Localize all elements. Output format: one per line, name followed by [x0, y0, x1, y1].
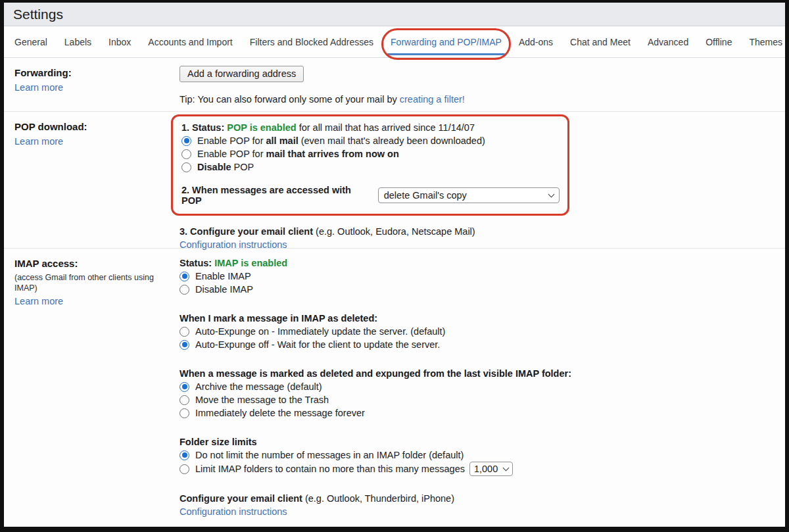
active-tab-underline: [387, 53, 505, 55]
pop-action-selected-value: delete Gmail's copy: [384, 190, 467, 201]
tab-label: Forwarding and POP/IMAP: [391, 37, 502, 47]
tab-labels[interactable]: Labels: [64, 26, 91, 57]
radio-option-auto-expunge-on[interactable]: Auto-Expunge on - Immediately update the…: [179, 325, 772, 338]
radio-label: Archive the message (default): [195, 380, 322, 393]
radio-label: Auto-Expunge off - Wait for the client t…: [195, 338, 440, 351]
radio-option-delete-forever[interactable]: Immediately delete the message forever: [179, 406, 772, 420]
radio-button[interactable]: [179, 272, 189, 281]
pop-configure-bold: 3. Configure your email client: [179, 226, 313, 237]
imap-configure-line: Configure your email client (e.g. Outloo…: [179, 492, 772, 505]
radio-label: Enable IMAP: [195, 270, 251, 283]
tab-forwarding-pop-imap[interactable]: Forwarding and POP/IMAP: [391, 26, 502, 57]
radio-option-disable-imap[interactable]: Disable IMAP: [179, 283, 772, 296]
imap-status-label: Status:: [179, 258, 212, 268]
imap-section-content: Status: IMAP is enabled Enable IMAP Disa…: [179, 249, 785, 527]
tab-themes[interactable]: Themes: [749, 26, 782, 57]
imap-status-value: IMAP is enabled: [214, 258, 287, 268]
imap-access-section: IMAP access: (access Gmail from other cl…: [4, 249, 785, 527]
forwarding-section-label-col: Forwarding: Learn more: [4, 58, 179, 111]
radio-button[interactable]: [179, 450, 189, 460]
imap-access-label: IMAP access:: [14, 257, 173, 270]
pop-status-suffix: for all mail that has arrived since 11/1…: [297, 122, 475, 133]
imap-configure-bold: Configure your email client: [179, 493, 302, 504]
radio-option-move-to-trash[interactable]: Move the message to the Trash: [179, 393, 772, 406]
radio-label: Enable POP for mail that arrives from no…: [197, 147, 399, 160]
radio-label: Move the message to the Trash: [195, 393, 329, 406]
radio-button[interactable]: [179, 340, 189, 350]
imap-learn-more-link[interactable]: Learn more: [14, 296, 63, 306]
imap-expunge-heading: When a message is marked as deleted and …: [179, 367, 772, 380]
pop-when-accessed-label: 2. When messages are accessed with POP: [181, 185, 373, 206]
radio-label: Auto-Expunge on - Immediately update the…: [195, 325, 445, 338]
imap-configuration-instructions-link[interactable]: Configuration instructions: [179, 506, 287, 517]
add-forwarding-address-button[interactable]: Add a forwarding address: [179, 66, 304, 82]
tab-bar: General Labels Inbox Accounts and Import…: [4, 26, 785, 58]
tab-general[interactable]: General: [14, 26, 47, 57]
pop-section-label-col: POP download: Learn more: [4, 112, 179, 248]
red-annotation-box: 1. Status: POP is enabled for all mail t…: [171, 114, 569, 216]
radio-option-pop-all-mail[interactable]: Enable POP for all mail (even mail that'…: [181, 134, 560, 147]
pop-when-accessed-row: 2. When messages are accessed with POP d…: [181, 185, 560, 206]
forwarding-label: Forwarding:: [14, 66, 173, 80]
page-title-bar: Settings: [4, 3, 785, 26]
forwarding-learn-more-link[interactable]: Learn more: [14, 82, 63, 93]
imap-access-sublabel: (access Gmail from other clients using I…: [14, 272, 173, 293]
pop-status-line: 1. Status: POP is enabled for all mail t…: [181, 121, 560, 134]
radio-button[interactable]: [181, 136, 191, 146]
radio-option-disable-pop[interactable]: Disable POP: [181, 160, 560, 174]
radio-button[interactable]: [179, 382, 189, 392]
forwarding-tip: Tip: You can also forward only some of y…: [179, 94, 772, 105]
radio-button[interactable]: [179, 285, 189, 295]
radio-label: Do not limit the number of messages in a…: [195, 448, 464, 462]
radio-option-pop-from-now-on[interactable]: Enable POP for mail that arrives from no…: [181, 147, 560, 160]
pop-status-label: 1. Status:: [181, 122, 224, 133]
pop-learn-more-link[interactable]: Learn more: [14, 136, 63, 147]
pop-section-content: 1. Status: POP is enabled for all mail t…: [179, 112, 785, 248]
radio-button[interactable]: [181, 149, 191, 159]
tab-accounts-and-import[interactable]: Accounts and Import: [148, 26, 232, 57]
radio-label: Limit IMAP folders to contain no more th…: [195, 462, 465, 475]
radio-label: Immediately delete the message forever: [195, 406, 365, 420]
forwarding-tip-text: Tip: You can also forward only some of y…: [179, 94, 400, 105]
imap-status-line: Status: IMAP is enabled: [179, 256, 772, 270]
radio-option-auto-expunge-off[interactable]: Auto-Expunge off - Wait for the client t…: [179, 338, 772, 351]
pop-action-select[interactable]: delete Gmail's copy: [378, 187, 560, 203]
imap-configure-group: Configure your email client (e.g. Outloo…: [179, 492, 772, 518]
chevron-down-icon: [503, 465, 510, 472]
imap-deleted-heading: When I mark a message in IMAP as deleted…: [179, 312, 772, 325]
folder-size-limits-group: Folder size limits Do not limit the numb…: [179, 435, 772, 476]
tab-add-ons[interactable]: Add-ons: [519, 26, 553, 57]
pop-download-section: POP download: Learn more 1. Status: POP …: [4, 112, 785, 249]
imap-expunge-group: When a message is marked as deleted and …: [179, 367, 772, 420]
radio-label: Disable POP: [197, 160, 254, 174]
radio-button[interactable]: [179, 408, 189, 418]
gmail-settings-page: Settings General Labels Inbox Accounts a…: [0, 0, 789, 532]
creating-a-filter-link[interactable]: creating a filter!: [400, 94, 465, 105]
tab-offline[interactable]: Offline: [705, 26, 732, 57]
radio-option-no-limit[interactable]: Do not limit the number of messages in a…: [179, 448, 772, 462]
radio-button[interactable]: [179, 395, 189, 405]
radio-option-enable-imap[interactable]: Enable IMAP: [179, 270, 772, 283]
forwarding-section-content: Add a forwarding address Tip: You can al…: [179, 58, 785, 111]
imap-status-group: Status: IMAP is enabled Enable IMAP Disa…: [179, 256, 772, 296]
pop-configure-line: 3. Configure your email client (e.g. Out…: [179, 225, 772, 238]
radio-option-limit-folders[interactable]: Limit IMAP folders to contain no more th…: [179, 462, 772, 476]
tab-inbox[interactable]: Inbox: [108, 26, 131, 57]
radio-button[interactable]: [181, 162, 191, 172]
folder-limit-select[interactable]: 1,000: [469, 462, 513, 476]
pop-configure-rest: (e.g. Outlook, Eudora, Netscape Mail): [313, 226, 475, 237]
tab-advanced[interactable]: Advanced: [648, 26, 688, 57]
tab-chat-and-meet[interactable]: Chat and Meet: [570, 26, 631, 57]
pop-download-label: POP download:: [14, 120, 173, 133]
radio-button[interactable]: [179, 464, 189, 474]
folder-size-limits-heading: Folder size limits: [179, 435, 772, 448]
folder-limit-selected-value: 1,000: [474, 462, 498, 475]
page-title: Settings: [13, 7, 63, 22]
radio-option-archive-message[interactable]: Archive the message (default): [179, 380, 772, 393]
imap-deleted-group: When I mark a message in IMAP as deleted…: [179, 312, 772, 351]
forwarding-section: Forwarding: Learn more Add a forwarding …: [4, 58, 785, 112]
tab-filters-and-blocked-addresses[interactable]: Filters and Blocked Addresses: [250, 26, 373, 57]
chevron-down-icon: [548, 191, 555, 198]
radio-button[interactable]: [179, 327, 189, 337]
radio-label: Enable POP for all mail (even mail that'…: [197, 134, 485, 147]
